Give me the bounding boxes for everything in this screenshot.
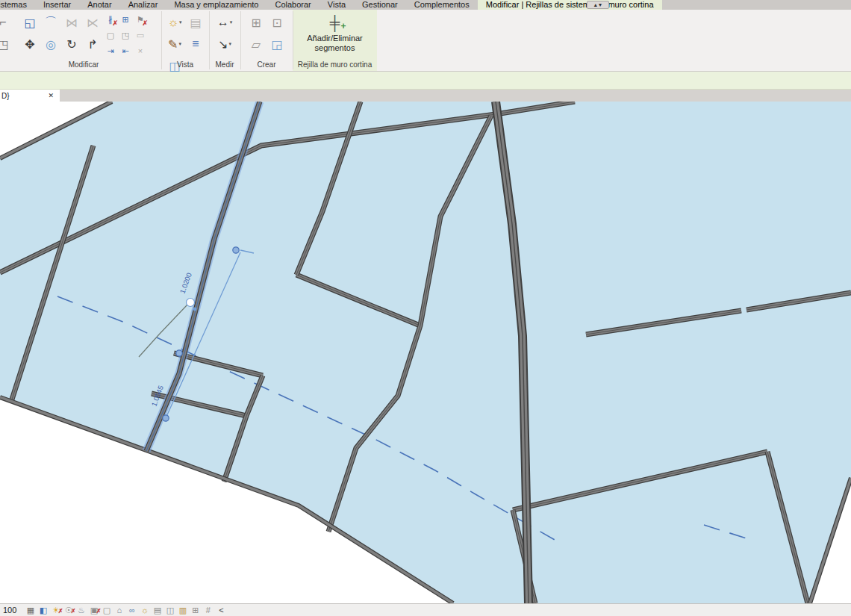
- tool-icon[interactable]: ⋈: [63, 13, 81, 32]
- off-x-icon: ✗: [142, 19, 148, 27]
- drag-grip[interactable]: [163, 415, 169, 421]
- worksharing-display-icon[interactable]: #: [202, 605, 214, 616]
- drawing-area[interactable]: 1.02001.0545: [0, 102, 851, 603]
- ribbon-tab-strip: istemasInsertarAnotarAnalizarMasa y empl…: [0, 0, 851, 10]
- ribbon: ⌐◳◱✥⌒◎⋈↻⋉↱∦✗▢⇥⊞◳⇤⚑✗▭×Modificar☼▾✎▾◫▤≡Vis…: [0, 10, 851, 72]
- tool-icon[interactable]: ◲: [268, 34, 286, 54]
- panel-crear: ⊞▱⊡◲Crear: [240, 10, 293, 71]
- view-tab-3d[interactable]: D} ✕: [0, 90, 60, 102]
- tool-icon[interactable]: ↔▾: [216, 13, 234, 32]
- dropdown-arrow-icon[interactable]: ▾: [178, 41, 181, 47]
- tool-icon[interactable]: ✎▾: [166, 34, 184, 54]
- tool-icon[interactable]: ≡: [187, 34, 205, 54]
- add-remove-segments-icon: ╪ +: [325, 14, 345, 34]
- tool-icon[interactable]: ↘▾: [216, 34, 234, 54]
- view-tab-label: D}: [0, 92, 48, 100]
- tool-icon[interactable]: ▢: [105, 28, 116, 42]
- sun-path-off-icon[interactable]: ☀✗: [49, 605, 62, 616]
- shadows-off-icon[interactable]: ☉✗: [62, 605, 75, 616]
- ribbon-collapse-button[interactable]: ▴ ▾: [587, 1, 609, 9]
- tool-icon[interactable]: ×: [134, 44, 146, 57]
- reveal-hidden-elements-icon[interactable]: ☼: [138, 605, 151, 616]
- panel-rejilla-de-muro-cortina: ╪ + Añadir/Eliminar segmentos Rejilla de…: [293, 10, 377, 71]
- unlocked-view-icon[interactable]: ⌂: [113, 605, 125, 616]
- crop-view-off-icon[interactable]: ▣✗: [87, 605, 100, 616]
- ribbon-tab-gestionar[interactable]: Gestionar: [354, 0, 406, 10]
- tool-icon[interactable]: ☼▾: [166, 13, 184, 32]
- revit-window: istemasInsertarAnotarAnalizarMasa y empl…: [0, 0, 851, 616]
- temporary-view-properties-icon[interactable]: ▤: [151, 605, 163, 616]
- ribbon-tab-modificar-rejillas-de-sistema-[interactable]: Modificar | Rejillas de sistema de muro …: [478, 0, 662, 10]
- panel-label-rejilla[interactable]: Rejilla de muro cortina: [293, 60, 377, 71]
- view-scale[interactable]: 100: [0, 606, 24, 615]
- highlight-displacement-sets-icon[interactable]: ▥: [176, 605, 189, 616]
- view-control-bar: 100 ▦◧☀✗☉✗♨▣✗▢⌂∞☼▤◫▥⊞# <: [0, 603, 851, 616]
- panel-separator: [161, 11, 162, 69]
- add-remove-segments-label-1: Añadir/Eliminar: [307, 34, 363, 43]
- add-remove-segments-button[interactable]: ╪ + Añadir/Eliminar segmentos: [297, 14, 373, 62]
- ribbon-tab-anotar[interactable]: Anotar: [79, 0, 119, 10]
- panel-label-clipped-left: [0, 60, 6, 71]
- tool-icon[interactable]: ▭: [134, 28, 146, 42]
- tool-icon[interactable]: ⇤: [119, 44, 131, 57]
- panel-label-modificar[interactable]: Modificar: [6, 60, 161, 71]
- reveal-constraints-icon[interactable]: ⊞: [189, 605, 202, 616]
- panel-separator: [209, 11, 210, 69]
- drag-control-dot[interactable]: [193, 308, 197, 311]
- panel-label-medir[interactable]: Medir: [209, 60, 240, 71]
- massing-face[interactable]: [0, 102, 851, 603]
- ribbon-tab-insertar[interactable]: Insertar: [35, 0, 79, 10]
- tool-icon[interactable]: ↱: [84, 34, 102, 54]
- panel-clipped-left: ⌐◳: [0, 10, 6, 71]
- tool-icon[interactable]: ◱: [21, 13, 39, 32]
- tool-icon[interactable]: ⚑✗: [134, 13, 146, 26]
- tool-icon[interactable]: ⇥: [105, 44, 116, 57]
- view-tab-bar: D} ✕: [0, 90, 851, 102]
- ribbon-tab-masa-y-emplazamiento[interactable]: Masa y emplazamiento: [166, 0, 266, 10]
- drag-grip[interactable]: [176, 350, 182, 356]
- ribbon-tab-istemas[interactable]: istemas: [0, 0, 35, 10]
- tool-icon[interactable]: ↻: [63, 34, 81, 54]
- 3d-view[interactable]: 1.02001.0545: [0, 102, 851, 603]
- ribbon-tab-colaborar[interactable]: Colaborar: [266, 0, 319, 10]
- drag-control-circle[interactable]: [187, 299, 195, 307]
- dropdown-arrow-icon[interactable]: ▾: [230, 19, 233, 25]
- tool-icon[interactable]: ⋉: [84, 13, 102, 32]
- tool-icon[interactable]: ∦✗: [105, 13, 116, 26]
- panel-label-crear[interactable]: Crear: [240, 60, 293, 71]
- show-rendering-dialog-icon[interactable]: ♨: [75, 605, 87, 616]
- off-x-icon: ✗: [112, 19, 118, 27]
- tool-icon[interactable]: ✥: [21, 34, 39, 54]
- tool-icon[interactable]: ⊞: [119, 13, 131, 26]
- tool-icon[interactable]: ⌒: [42, 13, 60, 32]
- tool-icon[interactable]: ◳: [119, 28, 131, 42]
- ribbon-tab-vista[interactable]: Vista: [319, 0, 354, 10]
- options-bar: [0, 72, 851, 90]
- show-crop-region-icon[interactable]: ▢: [100, 605, 113, 616]
- tool-icon[interactable]: ◎: [42, 34, 60, 54]
- add-remove-segments-label-2: segmentos: [315, 43, 355, 53]
- panel-modificar: ◱✥⌒◎⋈↻⋉↱∦✗▢⇥⊞◳⇤⚑✗▭×Modificar: [6, 10, 161, 71]
- ribbon-tab-complementos[interactable]: Complementos: [406, 0, 478, 10]
- tool-icon[interactable]: ▱: [247, 34, 265, 54]
- visual-style-icon[interactable]: ◧: [37, 605, 49, 616]
- tool-icon[interactable]: ⊞: [247, 13, 265, 32]
- tool-icon[interactable]: ▤: [187, 13, 205, 32]
- panel-vista: ☼▾✎▾◫▤≡Vista: [161, 10, 209, 71]
- show-analytical-model-icon[interactable]: ◫: [163, 605, 176, 616]
- tool-icon[interactable]: ⊡: [268, 13, 286, 32]
- dropdown-arrow-icon[interactable]: ▾: [179, 19, 182, 25]
- view-tab-close-icon[interactable]: ✕: [48, 92, 60, 99]
- temporary-hide-isolate-icon[interactable]: ∞: [125, 605, 138, 616]
- panel-separator: [240, 11, 241, 69]
- ribbon-tab-analizar[interactable]: Analizar: [120, 0, 166, 10]
- panel-separator: [293, 11, 293, 69]
- drag-grip[interactable]: [233, 247, 239, 253]
- detail-level-icon[interactable]: ▦: [24, 605, 37, 616]
- status-bar-expand[interactable]: <: [214, 606, 223, 615]
- dropdown-arrow-icon[interactable]: ▾: [228, 41, 231, 47]
- panel-medir: ↔▾↘▾Medir: [209, 10, 240, 71]
